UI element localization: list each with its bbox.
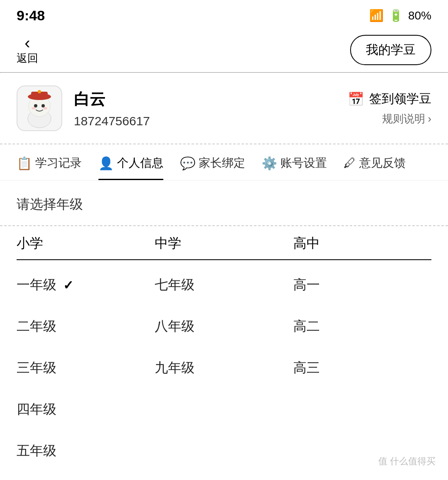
account-icon: ⚙️ (262, 156, 277, 171)
back-label: 返回 (17, 51, 38, 66)
grade-label-8: 八年级 (155, 317, 195, 336)
grade-label-3: 三年级 (17, 359, 56, 377)
wifi-icon: 📶 (369, 9, 384, 22)
grade-item-5[interactable]: 五年级 (17, 430, 155, 472)
grade-item-3[interactable]: 三年级 (17, 347, 155, 389)
personal-icon: 👤 (98, 156, 114, 171)
grade-grid: 小学 一年级 ✓ 二年级 三年级 四年级 五年级 六年级 中学 (0, 226, 448, 480)
status-icons: 📶 🔋 80% (369, 9, 431, 22)
grade-label-4: 四年级 (17, 400, 56, 419)
grade-item-4[interactable]: 四年级 (17, 389, 155, 430)
my-bean-button[interactable]: 我的学豆 (350, 35, 431, 65)
grade-item-1[interactable]: 一年级 ✓ (17, 264, 155, 306)
profile-section: 白云 18724756617 📅 签到领学豆 规则说明 › (0, 73, 448, 144)
svg-point-8 (43, 107, 47, 110)
avatar-image (19, 88, 60, 129)
parent-icon: 💬 (180, 156, 195, 171)
tab-personal[interactable]: 👤 个人信息 (90, 144, 172, 180)
grade-label-5: 五年级 (17, 442, 56, 460)
checkin-label: 签到领学豆 (369, 90, 431, 107)
profile-right: 📅 签到领学豆 规则说明 › (348, 90, 431, 126)
profile-info: 白云 18724756617 (74, 89, 150, 128)
tab-parent-label: 家长绑定 (199, 155, 245, 171)
watermark: 值 什么值得买 (378, 455, 436, 468)
tab-feedback[interactable]: 🖊 意见反馈 (335, 144, 414, 180)
tabs-bar: 📋 学习记录 👤 个人信息 💬 家长绑定 ⚙️ 账号设置 🖊 意见反馈 (0, 144, 448, 180)
column-middle: 中学 七年级 八年级 九年级 (155, 226, 293, 480)
back-arrow-icon: ‹ (24, 34, 30, 51)
header-high: 高中 (293, 226, 431, 260)
grade-item-2[interactable]: 二年级 (17, 306, 155, 347)
status-bar: 9:48 📶 🔋 80% (0, 0, 448, 28)
profile-left: 白云 18724756617 (17, 85, 150, 131)
tab-account-label: 账号设置 (280, 155, 327, 171)
grade-item-10[interactable]: 高一 (293, 264, 431, 306)
back-button[interactable]: ‹ 返回 (17, 34, 38, 66)
grade-columns: 小学 一年级 ✓ 二年级 三年级 四年级 五年级 六年级 中学 (17, 226, 431, 480)
grade-item-12[interactable]: 高三 (293, 347, 431, 389)
grade-label-10: 高一 (293, 276, 320, 294)
svg-point-7 (32, 107, 36, 110)
grade-prompt-text: 请选择年级 (17, 197, 83, 212)
chevron-right-icon: › (428, 112, 431, 125)
tab-parent[interactable]: 💬 家长绑定 (172, 144, 253, 180)
svg-point-6 (41, 104, 45, 107)
tab-study[interactable]: 📋 学习记录 (8, 144, 90, 180)
avatar[interactable] (17, 85, 62, 131)
grade-label-9: 九年级 (155, 359, 195, 377)
grade-prompt: 请选择年级 (0, 180, 448, 225)
tab-study-label: 学习记录 (35, 155, 82, 171)
svg-point-4 (38, 90, 41, 93)
check-icon-1: ✓ (63, 278, 73, 292)
header-middle: 中学 (155, 226, 293, 260)
header-elementary: 小学 (17, 226, 155, 260)
grade-item-7[interactable]: 七年级 (155, 264, 293, 306)
checkin-row[interactable]: 📅 签到领学豆 (348, 90, 431, 107)
grade-label-11: 高二 (293, 317, 320, 336)
nav-bar: ‹ 返回 我的学豆 (0, 28, 448, 72)
rules-label: 规则说明 (382, 112, 425, 126)
grade-item-8[interactable]: 八年级 (155, 306, 293, 347)
svg-point-5 (34, 104, 37, 107)
feedback-icon: 🖊 (343, 156, 356, 170)
checkin-icon: 📅 (348, 91, 364, 107)
rules-row[interactable]: 规则说明 › (382, 112, 431, 126)
grade-label-1: 一年级 (17, 276, 56, 294)
battery-percent: 80% (408, 9, 431, 22)
grade-item-9[interactable]: 九年级 (155, 347, 293, 389)
grade-label-7: 七年级 (155, 276, 195, 294)
column-high: 高中 高一 高二 高三 (293, 226, 431, 480)
tab-feedback-label: 意见反馈 (359, 155, 406, 171)
column-elementary: 小学 一年级 ✓ 二年级 三年级 四年级 五年级 六年级 (17, 226, 155, 480)
grade-item-11[interactable]: 高二 (293, 306, 431, 347)
grade-label-12: 高三 (293, 359, 320, 377)
grade-item-6[interactable]: 六年级 (17, 472, 155, 480)
profile-phone: 18724756617 (74, 114, 150, 128)
grade-label-2: 二年级 (17, 317, 56, 336)
profile-name: 白云 (74, 89, 150, 110)
study-icon: 📋 (17, 156, 32, 171)
tab-account[interactable]: ⚙️ 账号设置 (253, 144, 335, 180)
watermark-text: 值 什么值得买 (378, 456, 436, 466)
battery-icon: 🔋 (389, 9, 403, 22)
tab-personal-label: 个人信息 (117, 155, 163, 171)
status-time: 9:48 (17, 7, 45, 24)
